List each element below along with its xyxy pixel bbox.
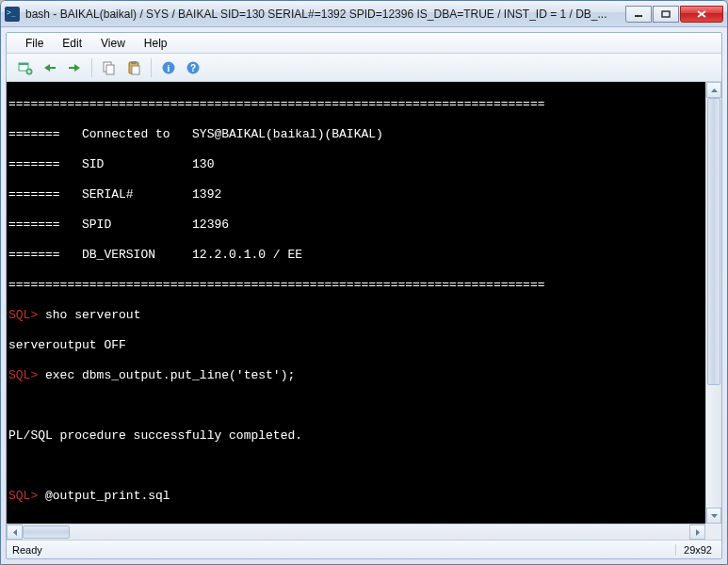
info-sid: ======= SID 130 (8, 157, 704, 172)
info-spid: ======= SPID 12396 (8, 218, 704, 233)
svg-rect-1 (662, 11, 670, 17)
scroll-thumb[interactable] (23, 525, 70, 539)
terminal-line: SQL> sho serverout (8, 308, 704, 323)
output-line: PL/SQL procedure successfully completed. (8, 428, 704, 444)
status-dimensions: 29x92 (675, 544, 716, 556)
minimize-button[interactable] (625, 6, 652, 23)
terminal-container: ========================================… (7, 82, 721, 524)
inner-frame: File Edit View Help i (6, 32, 722, 559)
svg-text:i: i (168, 63, 170, 73)
paste-button[interactable] (122, 57, 145, 78)
output-line: serveroutput OFF (8, 338, 704, 353)
svg-rect-12 (131, 61, 137, 64)
menu-file[interactable]: File (18, 35, 51, 52)
chevron-left-icon (13, 529, 17, 536)
info-icon: i (161, 60, 176, 75)
info-button[interactable]: i (157, 57, 180, 78)
horizontal-scrollbar[interactable] (7, 524, 705, 540)
status-text: Ready (12, 544, 675, 556)
svg-text:?: ? (190, 63, 196, 73)
terminal-line: SQL> exec dbms_output.put_line('test'); (8, 368, 704, 383)
command-text: sho serverout (45, 308, 140, 322)
blank-line (8, 398, 704, 413)
blank-line (8, 459, 704, 474)
scroll-down-button[interactable] (706, 508, 721, 524)
sql-prompt: SQL> (8, 308, 45, 322)
arrow-right-icon (67, 62, 82, 73)
forward-button[interactable] (63, 57, 86, 78)
scroll-right-button[interactable] (689, 525, 705, 540)
scroll-thumb[interactable] (707, 98, 720, 385)
svg-rect-10 (106, 65, 114, 74)
window-title: bash - BAIKAL(baikal) / SYS / BAIKAL SID… (25, 8, 624, 21)
command-text: @output_print.sql (45, 489, 170, 503)
separator-line: ========================================… (8, 278, 704, 293)
hscroll-row (7, 524, 721, 540)
toolbar: i ? (7, 54, 721, 82)
info-connected: ======= Connected to SYS@BAIKAL(baikal)(… (8, 127, 704, 142)
vertical-scrollbar[interactable] (705, 82, 721, 524)
toolbar-separator (151, 58, 152, 77)
paste-icon (126, 60, 141, 75)
info-serial: ======= SERIAL# 1392 (8, 187, 704, 202)
scroll-left-button[interactable] (7, 525, 23, 540)
app-icon (5, 7, 20, 22)
titlebar[interactable]: bash - BAIKAL(baikal) / SYS / BAIKAL SID… (1, 1, 727, 27)
svg-rect-5 (19, 63, 28, 65)
command-text: exec dbms_output.put_line('test'); (45, 368, 295, 382)
copy-icon (102, 60, 117, 75)
new-session-button[interactable] (14, 57, 37, 78)
chevron-up-icon (711, 89, 718, 92)
chevron-down-icon (711, 514, 718, 518)
scroll-up-button[interactable] (706, 82, 721, 98)
maximize-icon (661, 10, 671, 18)
scroll-track[interactable] (706, 98, 721, 508)
close-icon (697, 10, 706, 18)
menu-view[interactable]: View (93, 35, 133, 52)
close-button[interactable] (680, 6, 723, 23)
terminal[interactable]: ========================================… (7, 82, 705, 524)
menubar: File Edit View Help (7, 33, 721, 54)
sql-prompt: SQL> (8, 368, 45, 382)
terminal-line: SQL> @output_print.sql (8, 489, 704, 504)
terminal-plus-icon (18, 60, 33, 75)
info-dbversion: ======= DB_VERSION 12.2.0.1.0 / EE (8, 248, 704, 263)
scroll-corner (705, 524, 721, 540)
separator-line: ========================================… (8, 97, 704, 112)
help-button[interactable]: ? (182, 57, 204, 78)
copy-button[interactable] (98, 57, 121, 78)
toolbar-separator (91, 58, 92, 77)
minimize-icon (634, 10, 643, 18)
statusbar: Ready 29x92 (7, 540, 721, 558)
chevron-right-icon (696, 529, 700, 536)
svg-rect-13 (132, 66, 139, 74)
sql-prompt: SQL> (8, 489, 45, 503)
application-window: bash - BAIKAL(baikal) / SYS / BAIKAL SID… (0, 0, 728, 565)
menu-help[interactable]: Help (137, 35, 175, 52)
back-button[interactable] (39, 57, 61, 78)
help-icon: ? (186, 60, 201, 75)
scroll-track[interactable] (23, 525, 689, 540)
arrow-left-icon (42, 62, 57, 73)
maximize-button[interactable] (653, 6, 679, 23)
window-controls (624, 6, 723, 23)
menu-edit[interactable]: Edit (55, 35, 89, 52)
